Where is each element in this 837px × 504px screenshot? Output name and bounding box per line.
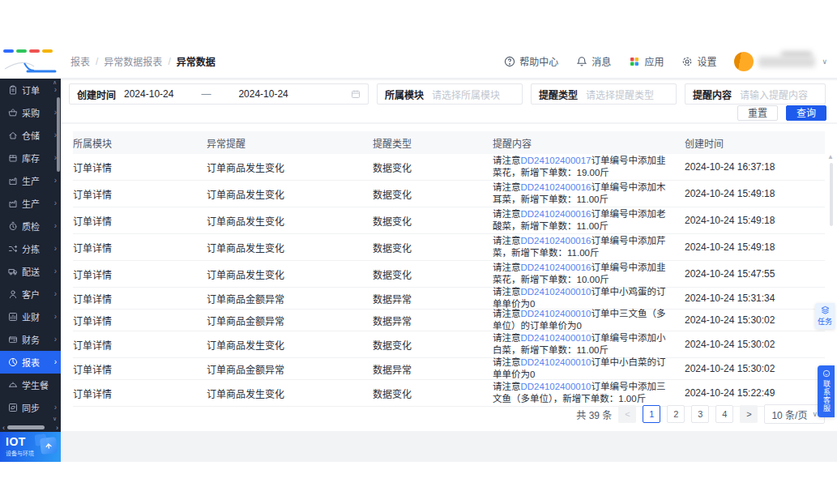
order-link[interactable]: DD24102400016 <box>521 236 591 246</box>
cell-module: 订单详情 <box>73 292 207 305</box>
scrollbar-thumb[interactable] <box>7 425 45 429</box>
order-link[interactable]: DD24102400010 <box>521 357 591 367</box>
page-button-1[interactable]: 1 <box>643 405 660 423</box>
sidebar-item-sorting[interactable]: 分拣› <box>0 237 61 260</box>
cell-module: 订单详情 <box>73 314 207 327</box>
prev-page-button[interactable]: < <box>618 405 636 423</box>
sidebar-item-warehouse[interactable]: 仓储› <box>0 124 61 147</box>
reset-button[interactable]: 重置 <box>737 105 778 121</box>
sidebar-item-quality[interactable]: 质检› <box>0 215 61 237</box>
factory-icon <box>8 199 18 208</box>
order-link[interactable]: DD24102400016 <box>521 182 591 192</box>
cell-time: 2024-10-24 15:30:02 <box>685 339 818 350</box>
sidebar-menu: 订单›采购›仓储›库存›生产›生产›质检›分拣›配送›客户›业财›财务›报表›学… <box>0 79 61 424</box>
order-link[interactable]: DD24102400010 <box>521 382 591 391</box>
messages-button[interactable]: 消息 <box>576 54 611 68</box>
chevron-right-icon: › <box>54 245 57 253</box>
task-float-tab[interactable]: 任务 <box>815 303 835 329</box>
cell-module: 订单详情 <box>73 214 207 228</box>
cell-type: 数据变化 <box>373 387 493 400</box>
chevron-down-icon: ∨ <box>812 410 818 418</box>
sidebar-item-orders[interactable]: 订单› <box>0 79 61 101</box>
next-page-button[interactable]: > <box>740 405 758 423</box>
sidebar-item-purchase[interactable]: 采购› <box>0 101 61 124</box>
breadcrumb-reports[interactable]: 报表 <box>70 54 90 68</box>
alert-type-select[interactable]: 提醒类型 请选择提醒类型 <box>531 83 677 105</box>
sidebar: 订单›采购›仓储›库存›生产›生产›质检›分拣›配送›客户›业财›财务›报表›学… <box>0 45 61 462</box>
page-size-select[interactable]: 10 条/页 ∨ <box>764 404 825 424</box>
sidebar-item-production-1[interactable]: 生产› <box>0 169 61 192</box>
page-button-3[interactable]: 3 <box>691 405 709 423</box>
sidebar-item-production-2[interactable]: 生产› <box>0 192 61 215</box>
alert-content-input[interactable]: 提醒内容 请输入提醒内容 <box>685 83 826 105</box>
layers-icon <box>821 305 830 314</box>
sidebar-item-label: 客户 <box>22 288 40 301</box>
stopwatch-icon <box>8 221 18 231</box>
screen: 订单›采购›仓储›库存›生产›生产›质检›分拣›配送›客户›业财›财务›报表›学… <box>0 0 837 504</box>
date-range-field[interactable]: 创建时间 2024-10-24 — 2024-10-24 <box>69 83 369 105</box>
scroll-left-icon[interactable]: ‹ <box>2 424 5 432</box>
sidebar-item-customers[interactable]: 客户› <box>0 283 61 305</box>
breadcrumb-abnormal-report[interactable]: 异常数据报表 <box>104 54 162 68</box>
sidebar-item-student-meal[interactable]: 学生餐 <box>0 374 61 396</box>
help-center-button[interactable]: 帮助中心 <box>504 54 558 68</box>
order-link[interactable]: DD24102400010 <box>521 309 591 318</box>
sidebar-item-biz-finance[interactable]: 业财› <box>0 305 61 328</box>
cell-time: 2024-10-24 15:30:02 <box>685 314 818 326</box>
order-link[interactable]: DD24102400010 <box>521 287 591 297</box>
chevron-right-icon: › <box>54 222 57 230</box>
sidebar-item-delivery[interactable]: 配送› <box>0 260 61 283</box>
apps-button[interactable]: 应用 <box>629 54 664 68</box>
search-button[interactable]: 查询 <box>786 105 826 121</box>
sidebar-item-label: 分拣 <box>22 242 40 255</box>
table-row: 订单详情订单商品发生变化数据变化请注意DD24102400017订单编号中添加韭… <box>73 154 825 181</box>
logo-area <box>0 45 61 79</box>
scroll-right-icon[interactable]: › <box>56 424 58 432</box>
chevron-right-icon: › <box>54 290 57 298</box>
table-row: 订单详情订单商品发生变化数据变化请注意DD24102400016订单编号中添加老… <box>73 207 825 234</box>
table-row: 订单详情订单商品金额异常数据异常请注意DD24102400010订单中小鸡蛋的订… <box>73 288 825 310</box>
cell-type: 数据变化 <box>373 160 493 174</box>
column-header: 所属模块 <box>73 136 207 150</box>
order-link[interactable]: DD24102400017 <box>521 156 591 165</box>
order-link[interactable]: DD24102400010 <box>521 333 591 343</box>
cell-alert: 订单商品发生变化 <box>207 338 373 352</box>
iot-footer[interactable]: IOT 设备与环境 <box>0 432 61 462</box>
chevron-right-icon: › <box>54 267 57 275</box>
cell-time: 2024-10-24 15:22:49 <box>685 387 818 399</box>
cell-content: 请注意DD24102400010订单中小白菜的订单单价为0 <box>493 357 685 381</box>
chevron-right-icon: › <box>54 335 57 344</box>
sidebar-item-finance[interactable]: 财务› <box>0 328 61 351</box>
cell-type: 数据异常 <box>373 292 493 305</box>
sidebar-vertical-scrollbar[interactable] <box>57 97 60 172</box>
user-menu[interactable]: ∨ <box>734 52 827 71</box>
customer-service-float-tab[interactable]: 联系客服 <box>818 365 835 417</box>
sidebar-scroll-up-icon[interactable]: ∧ <box>53 79 57 86</box>
module-select[interactable]: 所属模块 请选择所属模块 <box>377 83 523 105</box>
logo-swoosh-icon <box>2 58 58 75</box>
table-scrollbar[interactable] <box>830 163 833 226</box>
cell-type: 数据变化 <box>373 338 493 352</box>
gear-icon <box>681 56 693 67</box>
column-header: 创建时间 <box>685 136 818 150</box>
page-button-2[interactable]: 2 <box>667 405 685 423</box>
cell-type: 数据异常 <box>373 314 493 327</box>
sidebar-item-inventory[interactable]: 库存› <box>0 147 61 169</box>
sidebar-item-label: 财务 <box>22 333 40 346</box>
page-button-4[interactable]: 4 <box>715 405 733 423</box>
total-count: 共 39 条 <box>576 408 612 421</box>
sidebar-item-sync[interactable]: 同步› <box>0 396 61 419</box>
table-row: 订单详情订单商品金额异常数据异常请注意DD24102400010订单中小白菜的订… <box>73 358 825 380</box>
table-scroll-up-icon[interactable]: ▲ <box>827 153 834 160</box>
sidebar-item-label: 库存 <box>22 152 40 164</box>
wallet-icon <box>8 335 18 344</box>
order-link[interactable]: DD24102400016 <box>521 263 591 272</box>
cell-time: 2024-10-24 15:47:55 <box>685 268 818 280</box>
breadcrumb: 报表 / 异常数据报表 / 异常数据 <box>70 54 216 68</box>
order-link[interactable]: DD24102400016 <box>521 209 591 219</box>
sidebar-scroll-down-icon[interactable]: ∨ <box>53 416 57 422</box>
cell-type: 数据变化 <box>373 187 493 201</box>
settings-button[interactable]: 设置 <box>681 54 716 68</box>
sidebar-item-reports[interactable]: 报表› <box>0 351 61 374</box>
cell-type: 数据变化 <box>373 267 493 281</box>
